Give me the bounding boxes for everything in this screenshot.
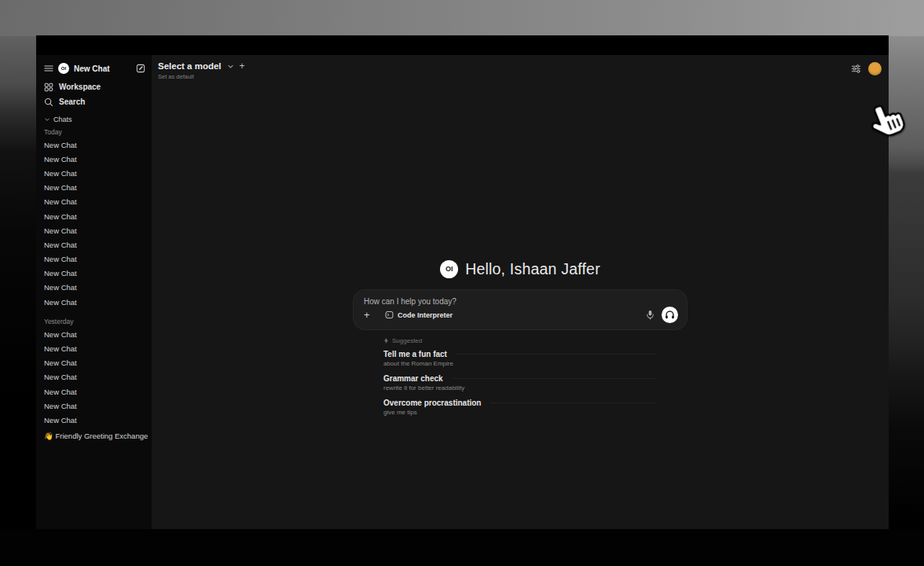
chat-list-item[interactable]: New Chat — [44, 327, 145, 341]
chat-list-item[interactable]: New Chat — [44, 223, 145, 237]
message-composer[interactable]: How can I help you today? + Code Interpr… — [353, 289, 688, 330]
suggestion-item[interactable]: Overcome procrastination give me tips — [383, 399, 688, 416]
sidebar-toggle-icon[interactable] — [44, 64, 53, 72]
model-selector[interactable]: Select a model — [158, 61, 222, 71]
chat-list-item[interactable]: New Chat — [44, 413, 145, 427]
chat-list-item[interactable]: New Chat — [44, 341, 145, 355]
microphone-icon[interactable] — [646, 310, 654, 320]
model-selector-block: Select a model + Set as default — [158, 61, 245, 80]
set-as-default-link[interactable]: Set as default — [158, 73, 245, 80]
chat-list-item[interactable]: New Chat — [44, 266, 145, 281]
code-interpreter-label: Code Interpreter — [398, 311, 453, 319]
chat-list-item[interactable]: New Chat — [44, 237, 145, 252]
sidebar-item-workspace[interactable]: Workspace — [44, 79, 145, 94]
search-label: Search — [59, 97, 85, 106]
suggestion-subtitle: rewrite it for better readability — [383, 384, 688, 391]
app-logo-small-text: OI — [61, 66, 67, 71]
user-avatar[interactable] — [868, 62, 882, 75]
chat-list-item[interactable]: New Chat — [44, 138, 145, 152]
workspace-label: Workspace — [59, 83, 101, 91]
chat-list-today: New Chat New Chat New Chat New Chat New … — [44, 138, 145, 309]
app-window: OI New Chat Workspace — [36, 35, 889, 529]
suggestion-divider — [453, 378, 656, 379]
suggestion-list: Tell me a fun fact about the Roman Empir… — [383, 350, 688, 416]
chat-list-item[interactable]: New Chat — [44, 356, 145, 370]
chat-list-item[interactable]: New Chat — [44, 166, 145, 180]
welcome-block: OI Hello, Ishaan Jaffer How can I help y… — [353, 259, 688, 423]
suggestion-subtitle: about the Roman Empire — [383, 360, 688, 367]
chat-group-label-yesterday: Yesterday — [44, 315, 145, 327]
composer-controls: + Code Interpreter — [364, 307, 678, 323]
add-model-button[interactable]: + — [240, 62, 245, 70]
suggested-section: Suggested Tell me a fun fact abo — [353, 336, 688, 416]
chat-group-label-today: Today — [44, 126, 145, 138]
chat-list-item[interactable]: New Chat — [44, 181, 145, 195]
code-interpreter-icon — [385, 311, 394, 319]
desktop: OI New Chat Workspace — [0, 0, 924, 566]
model-chevron-down-icon[interactable] — [227, 63, 234, 70]
chat-list-item[interactable]: New Chat — [44, 195, 145, 209]
main-header: Select a model + Set as default — [152, 55, 889, 80]
main-area: Select a model + Set as default — [152, 55, 889, 529]
chat-list-item[interactable]: New Chat — [44, 295, 145, 309]
attach-plus-button[interactable]: + — [364, 311, 375, 320]
search-icon — [44, 97, 53, 107]
chevron-down-icon — [44, 116, 50, 123]
chats-label: Chats — [53, 116, 72, 123]
suggestion-item[interactable]: Grammar check rewrite it for better read… — [383, 374, 688, 391]
wallpaper-top — [0, 0, 924, 36]
chat-list-item-friendly-greeting[interactable]: 👋 Friendly Greeting Exchange — [44, 429, 145, 443]
chat-list-item[interactable]: New Chat — [44, 152, 145, 166]
suggested-bolt-icon — [383, 337, 389, 344]
chat-list-item[interactable]: New Chat — [44, 399, 145, 413]
suggestion-title: Tell me a fun fact — [383, 350, 447, 358]
new-chat-pencil-icon[interactable] — [136, 64, 145, 73]
greeting-text: Hello, Ishaan Jaffer — [465, 260, 600, 278]
wallpaper-bottom — [0, 529, 924, 566]
chat-list-item[interactable]: New Chat — [44, 370, 145, 384]
message-input-placeholder[interactable]: How can I help you today? — [364, 297, 678, 306]
suggestion-item[interactable]: Tell me a fun fact about the Roman Empir… — [383, 350, 688, 367]
sidebar: OI New Chat Workspace — [36, 55, 152, 529]
chat-controls-icon[interactable] — [851, 64, 861, 74]
voice-mode-button[interactable] — [662, 307, 678, 323]
chat-list-item[interactable]: New Chat — [44, 384, 145, 399]
suggestion-title: Overcome procrastination — [383, 399, 481, 407]
window-top-strip — [36, 35, 889, 55]
chat-list-yesterday: New Chat New Chat New Chat New Chat New … — [44, 327, 145, 427]
chats-section-toggle[interactable]: Chats — [44, 113, 145, 126]
suggestion-divider — [490, 402, 656, 403]
wallpaper-left — [0, 36, 36, 566]
wallpaper-right — [889, 36, 924, 566]
sidebar-item-search[interactable]: Search — [44, 94, 145, 109]
suggestion-title: Grammar check — [383, 374, 443, 383]
header-right — [851, 62, 882, 75]
app-logo-large: OI — [440, 260, 458, 278]
code-interpreter-toggle[interactable]: Code Interpreter — [385, 311, 453, 319]
workspace-icon — [44, 83, 53, 92]
suggestion-divider — [456, 354, 656, 355]
headphones-icon — [665, 310, 675, 320]
sidebar-title[interactable]: New Chat — [74, 64, 131, 73]
suggested-label: Suggested — [392, 337, 422, 344]
app-logo-large-text: OI — [446, 265, 453, 273]
suggestion-subtitle: give me tips — [383, 409, 688, 416]
chat-list-item[interactable]: New Chat — [44, 252, 145, 266]
suggested-header: Suggested — [383, 336, 688, 345]
sidebar-header: OI New Chat — [44, 61, 145, 75]
app-logo-small: OI — [58, 63, 69, 74]
chat-list-item[interactable]: New Chat — [44, 209, 145, 223]
chat-list-item[interactable]: New Chat — [44, 281, 145, 295]
greeting-row: OI Hello, Ishaan Jaffer — [353, 259, 688, 279]
